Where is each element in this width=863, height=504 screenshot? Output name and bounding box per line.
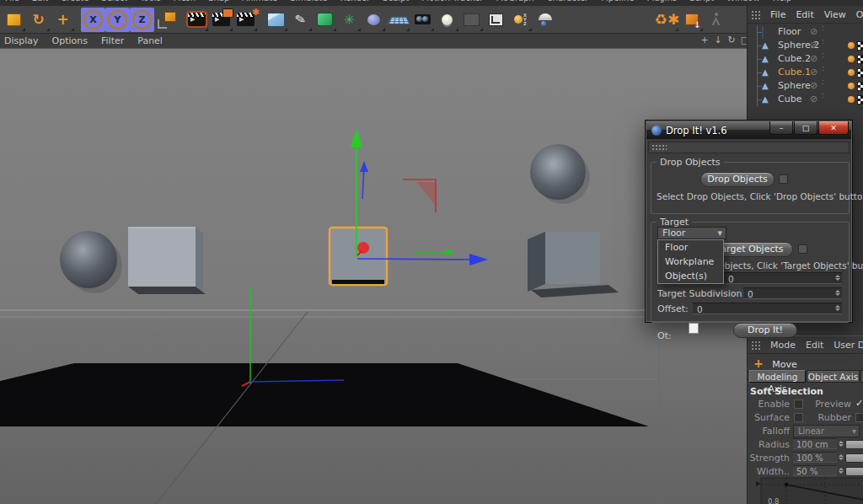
visibility-toggle-icon[interactable]: ⊘ [810,94,817,105]
visibility-dots-icon[interactable]: : [822,39,824,45]
material-tag-icon[interactable] [848,69,855,76]
visibility-dots-icon[interactable]: : [822,52,824,58]
strength-slider[interactable] [845,453,863,463]
coordinate-system-button[interactable] [154,8,179,32]
object-row-sphere2[interactable]: ▲ Sphere.2 ⊘ : [748,39,863,52]
maximize-button[interactable]: □ [794,121,817,135]
object-row-cube[interactable]: ▲ Cube ⊘ : [748,93,863,106]
minimize-button[interactable]: – [769,121,793,135]
sphere-object[interactable] [60,231,117,288]
dropdown-option-objects[interactable]: Object(s) [658,269,723,283]
target-subdivision-field[interactable]: 0 [743,287,842,299]
soft-selection-header[interactable]: Soft Selection [750,386,823,397]
width-stepper[interactable] [838,465,844,476]
viewport-menubar[interactable]: DisplayOptionsFilterPanel [0,34,747,49]
object-row-sphere[interactable]: ▲ Sphere ⊘ : [748,79,863,93]
snap-button[interactable]: XYZ [508,8,533,32]
panel-grip-icon[interactable] [751,340,760,350]
offset-field[interactable]: 0 [693,303,842,314]
texture-tag-icon[interactable] [857,95,863,105]
visibility-dots-icon[interactable]: : [822,79,824,85]
menu-item[interactable]: Tools [140,0,161,3]
visibility-dots-icon[interactable]: : [822,25,824,31]
om-menu-file[interactable]: File [770,9,785,20]
menu-item[interactable]: Sculpt [383,0,409,3]
menu-item[interactable]: Options [52,35,88,46]
render-picture-viewer-button[interactable]: ▶ [209,8,233,32]
dropdown-option-workplane[interactable]: Workplane [658,255,723,269]
width-field[interactable]: 50 % [793,465,837,476]
strength-field[interactable]: 100 % [793,452,837,463]
visibility-toggle-icon[interactable]: ⊘ [810,80,817,91]
menu-item[interactable]: Snap [208,0,229,3]
texture-tag-icon[interactable] [857,55,863,64]
dialog-grip-row[interactable] [648,142,850,153]
selected-cube-object[interactable] [330,228,387,285]
curve-node[interactable] [785,483,788,486]
menu-item[interactable]: Help [773,0,792,3]
tab-modeling-axis[interactable]: Modeling Axis [749,370,806,383]
target-objects-checkbox[interactable] [798,244,807,254]
attribute-menubar[interactable]: Mode Edit User Data [748,336,863,354]
drop-it-button[interactable]: Drop It! [733,323,797,338]
object-row-floor[interactable]: Floor ⊘ : [748,25,863,39]
material-tag-icon[interactable] [848,56,855,62]
preview-checkbox-checked[interactable]: ✓ [855,398,863,409]
visibility-toggle-icon[interactable]: ⊘ [810,67,817,78]
panel-grip-icon[interactable] [751,10,760,19]
spline-pen-button[interactable]: ✎ [288,8,313,32]
y-axis-lock-button[interactable]: Y [105,8,130,32]
radius-field[interactable]: 100 cm [793,438,837,449]
drop-objects-button[interactable]: Drop Objects [700,172,775,187]
radius-slider[interactable] [845,440,863,449]
viewport-menu-items[interactable]: DisplayOptionsFilterPanel [0,35,163,46]
am-menu-mode[interactable]: Mode [770,340,796,351]
texture-tag-icon[interactable] [857,82,863,91]
rotate-tool-button[interactable]: ↻ [26,8,51,32]
render-settings-button[interactable]: ▶✱ [233,8,258,32]
camera-button[interactable] [410,8,435,32]
floor-button[interactable] [386,8,410,32]
visibility-dots-icon[interactable]: : [822,66,824,72]
environment-button[interactable] [459,8,484,32]
object-name-selected[interactable]: Cube.1 [778,67,811,78]
menu-item[interactable]: Select [101,0,127,3]
menu-item[interactable]: Animate [242,0,277,3]
move-tool-button[interactable]: + [51,8,75,32]
menu-item[interactable]: MoGraph [496,0,533,3]
dialog-titlebar[interactable]: Drop It! v1.6 – □ ✕ [646,121,851,139]
object-name[interactable]: Floor [778,26,801,37]
target-dropdown[interactable]: Floor ▾ [657,227,726,239]
surface-checkbox[interactable] [794,413,803,422]
material-tag-icon[interactable] [848,83,855,89]
material-tag-icon[interactable] [848,42,855,49]
hidden-field-stepper[interactable] [834,272,840,283]
gizmo-center-handle[interactable] [357,242,369,254]
menu-item[interactable]: Edit [32,0,48,3]
menu-item[interactable]: Display [4,35,39,46]
menu-item[interactable]: Filter [101,35,124,46]
object-row-cube2[interactable]: ▲ Cube.2 ⊘ : [748,52,863,66]
menu-item[interactable]: Panel [137,35,163,46]
strength-stepper[interactable] [838,452,844,463]
add-primitive-button[interactable] [264,8,288,32]
subdivision-surface-button[interactable] [313,8,337,32]
menu-item[interactable]: Character [547,0,588,3]
menu-item[interactable]: Script [689,0,714,3]
material-tag-icon[interactable] [848,96,855,103]
sky-button[interactable] [533,8,557,32]
generator-button[interactable]: ✳ [337,8,362,32]
object-manager-menubar[interactable]: File Edit View Objects [748,6,863,24]
box-tool-button[interactable] [2,8,26,32]
dropdown-option-floor[interactable]: Floor [658,240,723,255]
texture-tag-icon[interactable] [857,68,863,78]
make-editable-button[interactable]: ↓ [679,8,704,32]
zoom-camera-icon[interactable]: ↓ [713,35,723,46]
om-menu-edit[interactable]: Edit [796,9,813,20]
menu-item[interactable]: Simulate [290,0,327,3]
rotate-camera-icon[interactable]: ↻ [726,35,737,46]
target-subdivision-stepper[interactable] [834,287,840,298]
pan-camera-icon[interactable]: + [700,35,710,46]
object-name[interactable]: Cube [778,94,801,105]
character-button[interactable] [704,8,728,32]
